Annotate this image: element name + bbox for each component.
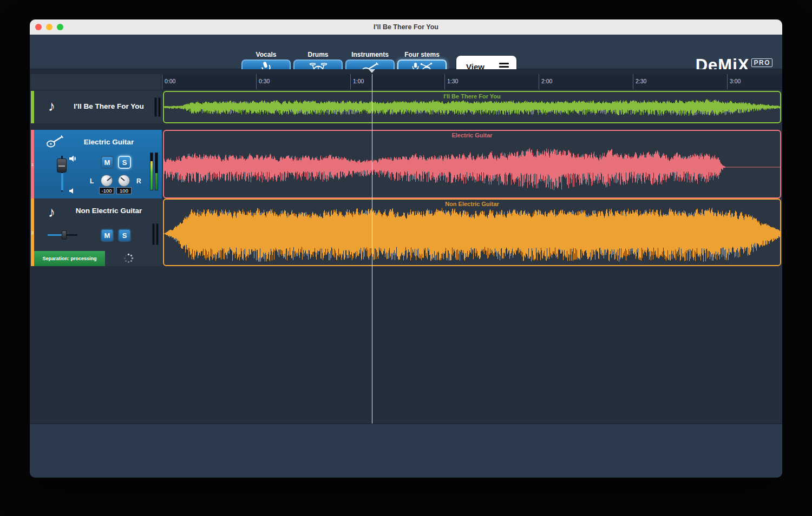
pan-right-label: R: [136, 177, 141, 185]
track-name: Electric Guitar: [56, 138, 162, 146]
logo-pro-text: PRO: [751, 58, 772, 67]
close-button[interactable]: [35, 24, 42, 30]
ruler-tick: 2:30: [633, 74, 633, 89]
ruler-tick: 3:00: [727, 74, 728, 89]
playhead-line[interactable]: [372, 74, 372, 424]
track-name: I'll Be There For You: [56, 102, 162, 110]
spinner-icon: [123, 253, 134, 266]
pan-needle: [107, 177, 111, 181]
speaker-min-icon: [69, 187, 76, 196]
level-meter-fill: [155, 173, 158, 190]
app-window: I'll Be There For You Vocals Drums Instr…: [30, 19, 782, 478]
pan-right-knob[interactable]: [118, 175, 130, 187]
mute-button[interactable]: M: [101, 156, 114, 169]
volume-fader-fill: [61, 173, 63, 190]
transport-bar: 0.0 dB 01:07:268 / 03:17:326 ↕: [30, 424, 782, 478]
track-row-non-electric-guitar: 2 ♪ Non Electric Guitar M S Separation: …: [31, 199, 781, 266]
ruler-left-spacer: [31, 74, 161, 89]
separation-status-badge: Separation: processing: [34, 251, 105, 266]
audio-clip-electric-guitar[interactable]: Electric Guitar: [163, 130, 781, 199]
mute-button[interactable]: M: [101, 229, 114, 242]
main-toolbar: Vocals Drums Instruments Four stems View: [30, 35, 782, 69]
track-header-non-electric-guitar[interactable]: ♪ Non Electric Guitar M S Separation: pr…: [34, 199, 162, 266]
ruler-tick: 1:30: [444, 74, 445, 89]
volume-slider-knob[interactable]: [62, 230, 67, 240]
ruler-tick: 0:00: [162, 74, 162, 89]
level-meter: [158, 97, 161, 117]
pan-right-value[interactable]: 100: [116, 187, 132, 194]
waveform-non-electric-guitar: [164, 203, 780, 264]
ruler-gap: [30, 69, 782, 74]
track-row-electric-guitar: 1 Electric Guitar M S L R -100 100: [31, 130, 781, 199]
level-meter: [154, 97, 157, 117]
timeline-ruler[interactable]: 0:00 0:30 1:00 1:30 2:00 2:30 3:00: [161, 74, 782, 89]
ruler-tick: 1:00: [350, 74, 351, 89]
level-meter-fill: [150, 161, 153, 190]
volume-fader-knob[interactable]: [57, 158, 67, 173]
vocals-label: Vocals: [241, 51, 291, 58]
ruler-tick: 0:30: [256, 74, 257, 89]
solo-button[interactable]: S: [118, 156, 131, 169]
track-header-master[interactable]: ♪ I'll Be There For You: [34, 91, 162, 123]
music-note-icon: ♪: [48, 205, 55, 219]
window-title: I'll Be There For You: [374, 23, 438, 31]
audio-clip-non-electric-guitar[interactable]: Non Electric Guitar: [163, 199, 781, 266]
pan-needle: [120, 177, 125, 181]
waveform-master: [164, 92, 780, 122]
four-stems-label: Four stems: [397, 51, 447, 58]
playhead-handle[interactable]: [369, 69, 375, 73]
instruments-label: Instruments: [345, 51, 395, 58]
pan-left-knob[interactable]: [101, 175, 113, 187]
music-note-icon: ♪: [48, 99, 55, 113]
pan-left-value[interactable]: -100: [99, 187, 114, 194]
level-meter: [150, 153, 153, 190]
title-bar: I'll Be There For You: [30, 19, 782, 35]
track-name: Non Electric Guitar: [56, 207, 162, 215]
drums-label: Drums: [293, 51, 343, 58]
audio-clip-master[interactable]: I'll Be There For You: [163, 91, 781, 123]
track-row-master: ♪ I'll Be There For You I'll Be There Fo…: [31, 91, 781, 123]
minimize-button[interactable]: [46, 24, 53, 30]
ruler-tick: 2:00: [539, 74, 539, 89]
level-meter: [156, 223, 159, 245]
speaker-icon: [69, 155, 78, 165]
pan-left-label: L: [90, 177, 94, 185]
solo-button[interactable]: S: [118, 229, 131, 242]
level-meter: [155, 153, 158, 190]
zoom-window-button[interactable]: [57, 24, 63, 30]
track-header-electric-guitar[interactable]: Electric Guitar M S L R -100 100: [34, 130, 162, 199]
level-meter: [152, 223, 155, 245]
waveform-electric-guitar: [164, 137, 780, 197]
